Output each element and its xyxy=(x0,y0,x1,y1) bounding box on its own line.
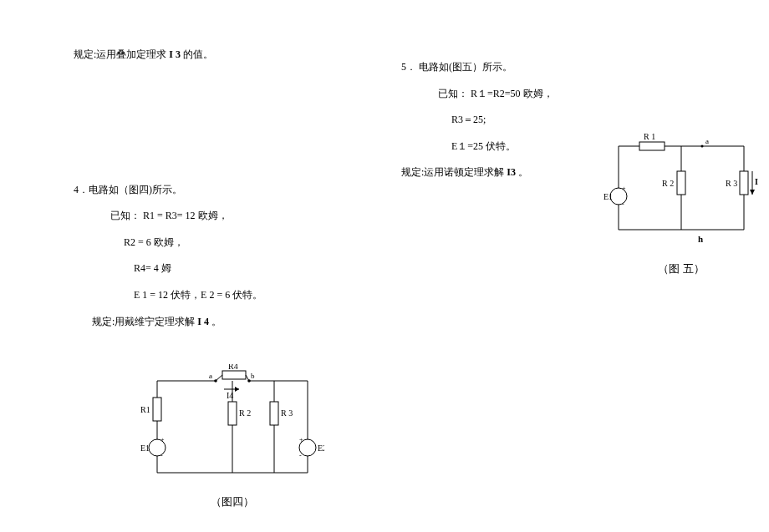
fig5-r1-label: R 1 xyxy=(644,132,655,141)
q4-rule-suffix: 。 xyxy=(211,316,222,327)
fig5-r2-label: R 2 xyxy=(662,179,674,188)
q4-known: 已知： R1 = R3= 12 欧姆， xyxy=(74,207,383,225)
svg-rect-15 xyxy=(228,402,237,425)
svg-rect-32 xyxy=(740,171,748,195)
q4-rule: 规定:用戴维宁定理求解 I 4 。 xyxy=(74,313,383,332)
q4-known-prefix: 已知： xyxy=(110,210,140,221)
left-column: 规定:运用叠加定理求 I 3 的值。 4．电路如（图四)所示。 已知： R1 =… xyxy=(74,46,383,509)
right-column: 5． 电路如(图五）所示。 已知： R１=R2=50 欧姆， R3＝25; E１… xyxy=(401,58,769,190)
q3-rule-suffix: 的值。 xyxy=(183,48,213,60)
q5-rule-suffix: 。 xyxy=(518,166,528,178)
q4-e: E 1 = 12 伏特，E 2 = 6 伏特。 xyxy=(74,286,383,305)
fig5-h-label: h xyxy=(698,234,703,244)
fig5-e1-minus: - xyxy=(622,200,624,208)
q5-r3: R3＝25; xyxy=(401,111,769,129)
svg-rect-5 xyxy=(222,371,246,379)
q4-r2: R2 = 6 欧姆， xyxy=(74,234,383,252)
q4-r4: R4= 4 姆 xyxy=(74,260,383,278)
fig4-e2-plus: + xyxy=(299,436,303,443)
figure-4-caption: （图四） xyxy=(140,494,324,509)
fig4-e1-minus: - xyxy=(160,452,163,459)
q4-r1: R1 = R3= 12 欧姆， xyxy=(143,210,228,221)
fig5-e1-label: E1 xyxy=(603,192,613,201)
figure-5-container: R 1 a E1 + - R 2 R 3 I h （图 五） xyxy=(602,129,761,276)
q5-intro: 5． 电路如(图五）所示。 xyxy=(401,58,769,77)
q5-rule-var: I3 xyxy=(507,166,516,178)
fig4-e2-minus: - xyxy=(299,452,302,459)
q5-r1: R１=R2=50 欧姆， xyxy=(471,88,553,99)
svg-rect-12 xyxy=(153,398,161,421)
figure-5-caption: （图 五） xyxy=(602,261,761,276)
svg-point-8 xyxy=(214,379,217,383)
q5-known: 已知： R１=R2=50 欧姆， xyxy=(401,85,769,104)
svg-rect-26 xyxy=(639,142,665,150)
figure-4-container: R4 a b I4 R1 E1 + - R 2 xyxy=(140,364,383,509)
svg-rect-18 xyxy=(270,402,278,425)
fig4-r4-label: R4 xyxy=(228,364,238,371)
figure-5-circuit: R 1 a E1 + - R 2 R 3 I h xyxy=(602,129,761,246)
fig4-node-a: a xyxy=(209,372,212,380)
fig4-r2-label: R 2 xyxy=(239,408,251,418)
fig4-node-b: b xyxy=(251,372,255,380)
fig5-node-a: a xyxy=(705,137,709,145)
fig4-r1-label: R1 xyxy=(140,405,150,414)
q4-rule-var: I 4 xyxy=(197,316,209,327)
fig5-i-label: I xyxy=(755,177,758,186)
svg-marker-34 xyxy=(750,190,755,195)
q5-rule-prefix: 规定:运用诺顿定理求解 xyxy=(401,166,507,178)
svg-marker-11 xyxy=(235,387,239,392)
q4-rule-prefix: 规定:用戴维宁定理求解 xyxy=(92,316,197,327)
q5-known-prefix: 已知： xyxy=(438,88,468,99)
q3-rule-var: I 3 xyxy=(169,48,181,60)
svg-point-27 xyxy=(701,145,704,148)
fig4-e1-plus: + xyxy=(160,436,165,443)
fig5-r3-label: R 3 xyxy=(726,179,737,188)
fig4-e2-label: E2 xyxy=(318,443,324,453)
figure-4-circuit: R4 a b I4 R1 E1 + - R 2 xyxy=(140,364,324,489)
fig4-r3-label: R 3 xyxy=(281,408,293,418)
q4-intro: 4．电路如（图四)所示。 xyxy=(74,181,383,200)
q3-rule: 规定:运用叠加定理求 I 3 的值。 xyxy=(74,46,383,64)
svg-rect-30 xyxy=(677,171,685,195)
fig4-e1-label: E1 xyxy=(140,443,150,453)
q3-rule-prefix: 规定:运用叠加定理求 xyxy=(74,48,166,60)
fig5-e1-plus: + xyxy=(622,185,626,192)
